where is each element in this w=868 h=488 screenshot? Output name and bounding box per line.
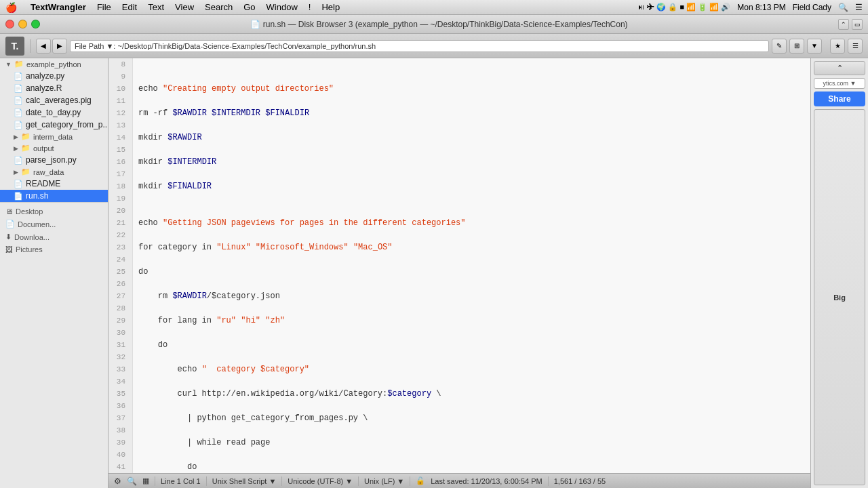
line-endings-selector[interactable]: Unix (LF) ▼ [364, 477, 404, 485]
code-line: do [138, 266, 805, 278]
code-line: | while read page [138, 436, 805, 449]
line-num: 19 [108, 192, 128, 205]
sidebar-item-analyze-r[interactable]: 📄 analyze.R [0, 82, 108, 94]
line-num: 41 [108, 461, 128, 473]
documents-icon: 📄 [5, 220, 15, 228]
line-num: 28 [108, 302, 128, 314]
minimize-button[interactable] [18, 20, 27, 28]
menu-go[interactable]: Go [243, 2, 255, 12]
toolbar-extra: ★ ☰ [830, 39, 863, 54]
list-icon[interactable]: ☰ [855, 3, 863, 12]
search-status-icon[interactable]: 🔍 [127, 476, 137, 486]
expand-icon[interactable]: ▭ [852, 19, 863, 30]
settings-icon[interactable]: ⚙ [114, 476, 121, 486]
menubar: 🍎 TextWrangler File Edit Text View Searc… [0, 0, 868, 15]
sidebar-item-interm[interactable]: ▶ 📁 interm_data [0, 131, 108, 142]
menu-file[interactable]: File [97, 2, 111, 12]
sidebar-item-readme[interactable]: 📄 README [0, 178, 108, 190]
menu-edit[interactable]: Edit [122, 2, 137, 12]
sidebar-item-calc[interactable]: 📄 calc_averages.pig [0, 94, 108, 106]
line-num: 24 [108, 253, 128, 266]
apple-menu[interactable]: 🍎 [5, 2, 17, 13]
toolbar-separator [30, 39, 31, 53]
status-divider [155, 476, 155, 486]
code-line: echo "Creating empty output directories" [138, 83, 805, 95]
line-num: 35 [108, 388, 128, 400]
line-num: 8 [108, 58, 128, 70]
sidebar-item-raw[interactable]: ▶ 📁 raw_data [0, 166, 108, 178]
menu-view[interactable]: View [175, 2, 194, 12]
main-content: ▼ 📁 example_python 📄 analyze.py 📄 analyz… [0, 58, 868, 488]
line-num: 25 [108, 266, 128, 278]
sidebar-item-date[interactable]: 📄 date_to_day.py [0, 106, 108, 119]
toolbar-action-1[interactable]: ✎ [772, 39, 787, 54]
line-num: 40 [108, 449, 128, 461]
menu-textwrangler[interactable]: TextWrangler [31, 2, 86, 12]
sidebar-downloads[interactable]: ⬇ Downloa... [0, 230, 108, 243]
list-button[interactable]: ☰ [848, 39, 863, 54]
file-stats: 1,561 / 163 / 55 [554, 477, 606, 485]
code-line: mkdir $RAWDIR [138, 131, 805, 144]
status-divider [410, 476, 410, 486]
sidebar-item-get-category[interactable]: 📄 get_category_from_p... [0, 119, 108, 131]
filepath-bar[interactable]: File Path ▼: ~/Desktop/ThinkBig/Data-Sci… [70, 40, 769, 52]
right-panel-expand[interactable]: Big [814, 109, 865, 485]
line-num: 20 [108, 205, 128, 217]
search-menubar-icon[interactable]: 🔍 [838, 3, 848, 12]
line-num: 34 [108, 375, 128, 388]
editor-scroll[interactable]: 8 9 10 11 12 13 14 15 16 17 18 19 20 21 [108, 58, 810, 473]
script-type-selector[interactable]: Unix Shell Script ▼ [212, 477, 277, 485]
toolbar-actions: ✎ ⊞ ▼ [772, 39, 822, 54]
sidebar: ▼ 📁 example_python 📄 analyze.py 📄 analyz… [0, 58, 108, 488]
line-num: 39 [108, 436, 128, 449]
line-num: 33 [108, 363, 128, 375]
folder-icon: 📁 [21, 132, 31, 141]
sidebar-item-analyze-py[interactable]: 📄 analyze.py [0, 70, 108, 82]
line-num: 26 [108, 278, 128, 290]
file-icon: 📄 [14, 84, 23, 93]
sidebar-item-output[interactable]: ▶ 📁 output [0, 142, 108, 154]
toolbar-action-2[interactable]: ⊞ [789, 39, 804, 54]
menu-window[interactable]: Window [267, 2, 298, 12]
back-button[interactable]: ◀ [36, 39, 51, 54]
main-window: 📄 run.sh — Disk Browser 3 (example_pytho… [0, 15, 868, 488]
view-toggle[interactable]: ▦ [142, 476, 149, 485]
file-icon: 📄 [14, 72, 23, 81]
menu-text[interactable]: Text [148, 2, 164, 12]
code-line: for lang in "ru" "hi" "zh" [138, 314, 805, 327]
file-icon: 📄 [14, 121, 23, 129]
titlebar-btns: ⌃ ▭ [838, 19, 863, 30]
menu-search[interactable]: Search [205, 2, 233, 12]
sidebar-documents[interactable]: 📄 Documen... [0, 218, 108, 230]
forward-button[interactable]: ▶ [52, 39, 67, 54]
code-line: mkdir $INTERMDIR [138, 156, 805, 168]
root-folder-icon: 📁 [14, 60, 24, 68]
star-button[interactable]: ★ [830, 39, 845, 54]
right-panel-url[interactable]: ytics.com ▼ [814, 78, 865, 89]
sidebar-item-parse[interactable]: 📄 parse_json.py [0, 154, 108, 166]
sidebar-pictures[interactable]: 🖼 Pictures [0, 243, 108, 256]
sidebar-item-runsh[interactable]: 📄 run.sh [0, 190, 108, 202]
right-panel: ⌃ ytics.com ▼ Share Big [810, 58, 868, 488]
menu-bang[interactable]: ! [309, 2, 311, 12]
close-button[interactable] [5, 20, 14, 28]
line-num: 29 [108, 314, 128, 327]
window-title: 📄 run.sh — Disk Browser 3 (example_pytho… [45, 20, 833, 29]
line-num: 11 [108, 95, 128, 107]
desktop-section: 🖥 Desktop 📄 Documen... ⬇ Downloa... 🖼 Pi… [0, 202, 108, 258]
toolbar-action-3[interactable]: ▼ [807, 39, 822, 54]
menu-help[interactable]: Help [321, 2, 340, 12]
line-num: 36 [108, 400, 128, 412]
right-panel-collapse[interactable]: ⌃ [814, 61, 865, 75]
encoding-selector[interactable]: Unicode (UTF-8) ▼ [288, 477, 353, 485]
maximize-button[interactable] [31, 20, 40, 28]
menubar-right: ⏯ ✈ 🌍 🔒 ■ 📶 🔋 📶 🔊 Mon 8:13 PM Field Cady… [637, 3, 863, 12]
line-num: 30 [108, 327, 128, 339]
share-button[interactable]: Share [814, 92, 865, 106]
last-saved: Last saved: 11/20/13, 6:00:54 PM [431, 477, 542, 485]
collapse-icon[interactable]: ⌃ [838, 19, 849, 30]
sidebar-desktop[interactable]: 🖥 Desktop [0, 205, 108, 218]
status-divider [281, 476, 282, 486]
code-editor[interactable]: 8 9 10 11 12 13 14 15 16 17 18 19 20 21 [108, 58, 810, 488]
sidebar-root-folder[interactable]: ▼ 📁 example_python [0, 58, 108, 70]
